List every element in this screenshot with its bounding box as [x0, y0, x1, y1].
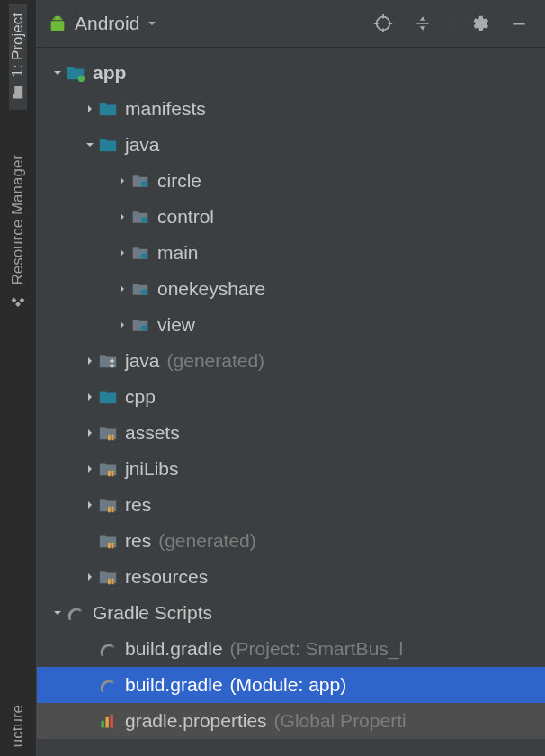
tree-row-label: build.gradle	[125, 638, 223, 660]
tree-row[interactable]: build.gradle(Module: app)	[37, 667, 545, 703]
gear-icon	[469, 14, 489, 33]
svg-rect-10	[108, 471, 111, 476]
tree-row[interactable]: cpp	[37, 379, 545, 415]
expand-arrow-icon[interactable]	[114, 212, 130, 222]
svg-point-6	[141, 289, 147, 295]
tree-row[interactable]: manifests	[37, 91, 545, 127]
expand-arrow-icon[interactable]	[82, 140, 98, 150]
tab-resource-manager[interactable]: Resource Manager	[9, 146, 27, 318]
expand-arrow-icon[interactable]	[82, 428, 98, 438]
resfolder-icon	[98, 531, 118, 551]
expand-arrow-icon[interactable]	[114, 176, 130, 186]
svg-point-5	[141, 253, 147, 259]
minimize-icon	[511, 15, 527, 32]
tree-row[interactable]: resources	[37, 559, 545, 595]
tree-row-hint: (generated)	[167, 350, 265, 372]
tree-row-label: resources	[125, 566, 208, 588]
minimize-button[interactable]	[504, 8, 534, 39]
view-dropdown[interactable]: Android	[48, 13, 157, 34]
folder-icon	[10, 85, 26, 101]
svg-point-3	[141, 181, 147, 187]
expand-arrow-icon[interactable]	[49, 608, 66, 618]
svg-rect-17	[112, 579, 114, 584]
folder-icon	[98, 387, 118, 407]
tree-row[interactable]: res	[37, 487, 545, 523]
tree-row-label: Gradle Scripts	[93, 602, 212, 624]
tree-row-label: gradle.properties	[125, 710, 267, 732]
diamond-icon	[10, 292, 26, 308]
tree-row[interactable]: java(generated)	[37, 343, 545, 379]
tree-row-label: app	[93, 62, 126, 84]
tree-row-hint: (Project: SmartBus_l	[230, 638, 404, 660]
tree-row-label: cpp	[125, 386, 156, 408]
settings-button[interactable]	[464, 8, 495, 39]
resfolder-icon	[98, 495, 118, 515]
target-button[interactable]	[368, 8, 398, 39]
expand-arrow-icon[interactable]	[82, 464, 98, 474]
package-icon	[130, 279, 150, 299]
tree-row-hint: (Module: app)	[230, 674, 347, 696]
tree-row-label: res	[125, 530, 151, 552]
expand-arrow-icon[interactable]	[82, 500, 98, 510]
expand-arrow-icon[interactable]	[82, 104, 98, 114]
package-icon	[130, 243, 150, 263]
tab-structure-label: ucture	[9, 705, 27, 747]
svg-rect-16	[108, 579, 111, 584]
tree-row[interactable]: circle	[37, 163, 545, 199]
expand-arrow-icon[interactable]	[82, 356, 98, 366]
expand-arrow-icon[interactable]	[114, 284, 130, 294]
tree-row[interactable]: gradle.properties(Global Properti	[37, 703, 545, 739]
tree-row[interactable]: build.gradle(Project: SmartBus_l	[37, 631, 545, 667]
svg-rect-20	[111, 715, 113, 728]
tree-row[interactable]: app	[37, 55, 545, 91]
tree-row[interactable]: Gradle Scripts	[37, 595, 545, 631]
tab-project[interactable]: 1: Project	[9, 4, 27, 110]
tree-row-label: res	[125, 494, 151, 516]
gen-icon	[98, 351, 118, 371]
tab-project-label: 1: Project	[9, 13, 27, 77]
project-tree[interactable]: appmanifestsjavacirclecontrolmainonekeys…	[37, 48, 545, 756]
expand-arrow-icon[interactable]	[114, 320, 130, 330]
root: 1: Project Resource Manager ucture Andro…	[0, 0, 545, 756]
resfolder-icon	[98, 459, 118, 479]
folder-icon	[98, 99, 118, 119]
tree-row-label: build.gradle	[125, 674, 223, 696]
tree-row-label: view	[157, 314, 195, 336]
tree-row[interactable]: main	[37, 235, 545, 271]
props-icon	[98, 711, 118, 731]
tree-row-label: manifests	[125, 98, 206, 120]
tree-row-hint: (generated)	[158, 530, 256, 552]
svg-point-7	[141, 325, 147, 331]
svg-rect-1	[513, 22, 525, 24]
svg-rect-15	[112, 543, 114, 548]
tree-row-label: jniLibs	[125, 458, 179, 480]
left-tab-strip: 1: Project Resource Manager ucture	[0, 0, 37, 756]
tree-row-hint: (Global Properti	[274, 710, 407, 732]
gradle-icon	[98, 639, 118, 659]
tree-row[interactable]: view	[37, 307, 545, 343]
tree-row-label: onekeyshare	[157, 278, 265, 300]
tree-row[interactable]: onekeyshare	[37, 271, 545, 307]
collapse-button[interactable]	[407, 8, 438, 39]
expand-arrow-icon[interactable]	[49, 68, 66, 78]
expand-arrow-icon[interactable]	[82, 392, 98, 402]
tree-row[interactable]: java	[37, 127, 545, 163]
tree-row-label: java	[125, 134, 160, 156]
view-dropdown-label: Android	[75, 13, 139, 34]
tree-row[interactable]: control	[37, 199, 545, 235]
tree-row-label: main	[157, 242, 199, 264]
expand-arrow-icon[interactable]	[114, 248, 130, 258]
svg-point-4	[141, 217, 147, 223]
crosshair-icon	[373, 14, 393, 33]
tree-row[interactable]: jniLibs	[37, 451, 545, 487]
folder-icon	[98, 135, 118, 155]
svg-rect-8	[108, 435, 111, 440]
tree-row[interactable]: res(generated)	[37, 523, 545, 559]
tab-structure[interactable]: ucture	[9, 696, 27, 756]
gradle-icon	[66, 603, 85, 623]
project-panel: Android appmanifestsjavacirclecontrolmai…	[37, 0, 545, 756]
expand-arrow-icon[interactable]	[82, 572, 98, 582]
svg-rect-18	[102, 721, 104, 728]
svg-rect-19	[106, 717, 109, 728]
tree-row[interactable]: assets	[37, 415, 545, 451]
